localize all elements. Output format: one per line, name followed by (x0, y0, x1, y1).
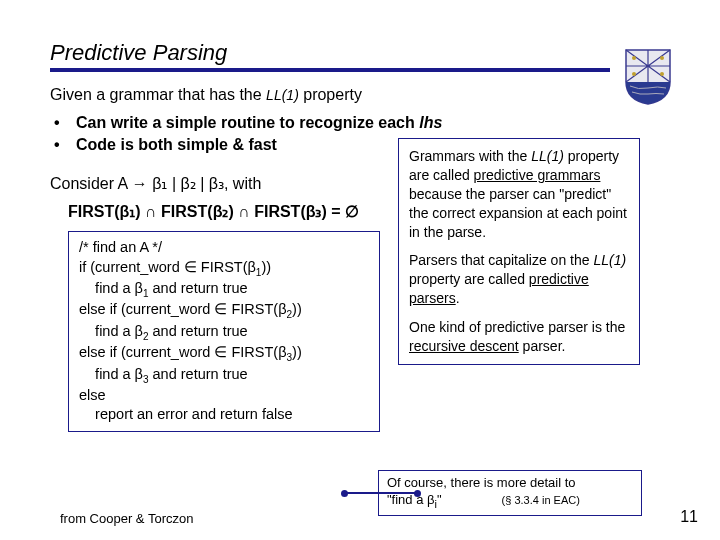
note-ref: (§ 3.3.4 in EAC) (502, 494, 580, 506)
bullet-1: Can write a simple routine to recognize … (50, 114, 670, 132)
code-l3: find a β (79, 280, 143, 296)
code-l5b: and return true (149, 323, 248, 339)
code-l7b: and return true (149, 366, 248, 382)
svg-point-3 (660, 72, 664, 76)
bullet-1-text: Can write a simple routine to recognize … (76, 114, 419, 131)
bullet-2: Code is both simple & fast (50, 136, 670, 154)
code-l6b: FIRST (231, 344, 273, 360)
side-p3: One kind of predictive parser is the rec… (409, 318, 629, 356)
title-rule (50, 68, 610, 72)
note-l2b: " (437, 492, 442, 507)
code-l6a: else if (current_word ∈ (79, 344, 231, 360)
side-p2: Parsers that capitalize on the LL(1) pro… (409, 251, 629, 308)
code-l7: find a β (79, 366, 143, 382)
shield-logo (624, 48, 672, 106)
code-l5: find a β (79, 323, 143, 339)
bullet-list: Can write a simple routine to recognize … (50, 114, 670, 154)
p3a: One kind of predictive parser is the (409, 319, 625, 335)
footer-attribution: from Cooper & Torczon (60, 511, 193, 526)
code-l1: /* find an A */ (79, 239, 162, 255)
pseudocode-box: /* find an A */ if (current_word ∈ FIRST… (68, 231, 380, 432)
code-l2c: (β (243, 259, 256, 275)
intro-suffix: property (299, 86, 362, 103)
footnote-box: Of course, there is more detail to "find… (378, 470, 642, 516)
code-l8: else (79, 387, 106, 403)
p3u: recursive descent (409, 338, 519, 354)
code-l6c: (β (273, 344, 286, 360)
code-l2d: )) (261, 259, 271, 275)
note-l1: Of course, there is more detail to (387, 475, 576, 490)
code-l4a: else if (current_word ∈ (79, 301, 231, 317)
code-l4b: FIRST (231, 301, 273, 317)
bullet-1-lhs: lhs (419, 114, 442, 131)
consider-line: Consider A → β₁ | β₂ | β₃, with (50, 172, 380, 196)
intro-prefix: Given a grammar that has the (50, 86, 266, 103)
code-l4d: )) (292, 301, 302, 317)
svg-point-0 (632, 56, 636, 60)
p1u: predictive grammars (474, 167, 601, 183)
code-l2b: FIRST (201, 259, 243, 275)
p2ll: LL(1) (593, 252, 626, 268)
intro-line: Given a grammar that has the LL(1) prope… (50, 86, 670, 104)
page-number: 11 (680, 508, 698, 526)
p2a: Parsers that capitalize on the (409, 252, 593, 268)
code-l3b: and return true (149, 280, 248, 296)
p1c: because the parser can "predict" the cor… (409, 186, 627, 240)
p3b: parser. (519, 338, 566, 354)
side-p1: Grammars with the LL(1) property are cal… (409, 147, 629, 241)
svg-point-2 (632, 72, 636, 76)
p2b: property are called (409, 271, 529, 287)
code-l6d: )) (292, 344, 302, 360)
p2c: . (456, 290, 460, 306)
intro-ll1: LL(1) (266, 87, 299, 103)
first-sets-line: FIRST(β₁) ∩ FIRST(β₂) ∩ FIRST(β₃) = ∅ (68, 202, 380, 221)
slide-title: Predictive Parsing (50, 40, 670, 66)
code-l9: report an error and return false (79, 406, 293, 422)
side-note-box: Grammars with the LL(1) property are cal… (398, 138, 640, 365)
code-l2a: if (current_word ∈ (79, 259, 201, 275)
svg-point-1 (660, 56, 664, 60)
note-l2a: "find a β (387, 492, 435, 507)
code-l4c: (β (273, 301, 286, 317)
